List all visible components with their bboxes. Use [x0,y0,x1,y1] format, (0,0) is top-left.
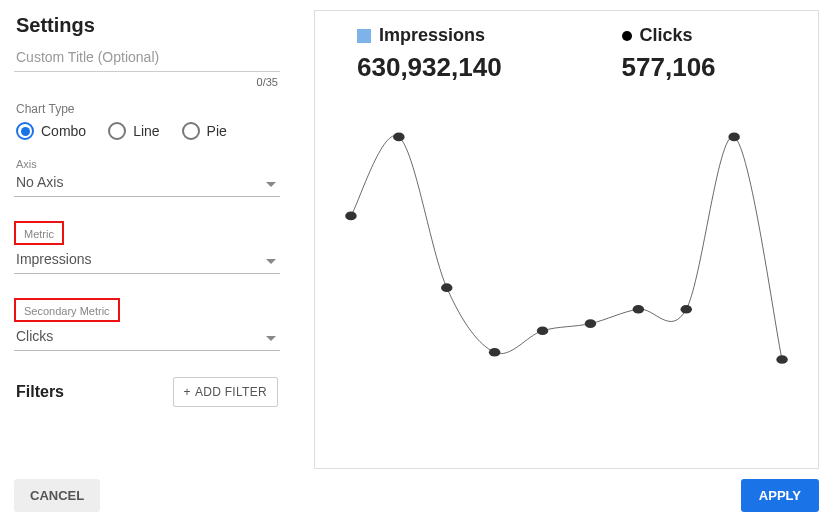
chevron-down-icon [266,336,276,341]
chart-type-pie[interactable]: Pie [182,122,227,140]
radio-icon [16,122,34,140]
data-point [537,326,548,335]
plus-icon: + [184,385,191,399]
radio-icon [108,122,126,140]
impressions-total: 630,932,140 [357,52,502,83]
secondary-metric-select[interactable]: Clicks [14,324,280,351]
legend-clicks-label: Clicks [640,25,693,46]
data-point [681,305,692,314]
radio-icon [182,122,200,140]
data-point [633,305,644,314]
settings-scroll[interactable]: Custom Title (Optional) 0/35 Chart Type … [14,47,294,469]
axis-select[interactable]: No Axis [14,170,280,197]
metric-label-highlight: Metric [14,221,64,245]
chart-type-label: Chart Type [16,102,280,116]
bar-swatch-icon [357,29,371,43]
chart-area [327,101,806,460]
radio-label: Combo [41,123,86,139]
clicks-total: 577,106 [622,52,716,83]
chart-type-combo[interactable]: Combo [16,122,86,140]
data-point [441,283,452,292]
filters-title: Filters [16,383,64,401]
chart-card: Impressions 630,932,140 Clicks 577,106 [314,10,819,469]
chart-type-group: Combo Line Pie [14,122,280,144]
chart-type-line[interactable]: Line [108,122,159,140]
data-point [728,133,739,142]
dot-swatch-icon [622,31,632,41]
add-filter-label: ADD FILTER [195,385,267,399]
add-filter-button[interactable]: + ADD FILTER [173,377,278,407]
data-point [585,319,596,328]
radio-label: Line [133,123,159,139]
metric-label: Metric [22,228,56,240]
data-point [489,348,500,357]
clicks-line [351,136,782,360]
legend-impressions-label: Impressions [379,25,485,46]
data-point [776,355,787,364]
data-point [345,212,356,221]
dialog-footer: CANCEL APPLY [14,469,819,512]
secondary-metric-label-highlight: Secondary Metric [14,298,120,322]
secondary-metric-label: Secondary Metric [22,305,112,317]
legend-impressions: Impressions [357,25,485,46]
chart-legend: Impressions 630,932,140 Clicks 577,106 [327,25,806,83]
custom-title-counter: 0/35 [14,72,280,88]
axis-label: Axis [14,158,280,170]
custom-title-input[interactable]: Custom Title (Optional) [14,47,280,72]
metric-select[interactable]: Impressions [14,247,280,274]
radio-label: Pie [207,123,227,139]
chevron-down-icon [266,182,276,187]
apply-button[interactable]: APPLY [741,479,819,512]
legend-clicks: Clicks [622,25,693,46]
page-title: Settings [14,10,294,47]
cancel-button[interactable]: CANCEL [14,479,100,512]
chevron-down-icon [266,259,276,264]
settings-panel: Settings Custom Title (Optional) 0/35 Ch… [14,10,294,469]
data-point [393,133,404,142]
